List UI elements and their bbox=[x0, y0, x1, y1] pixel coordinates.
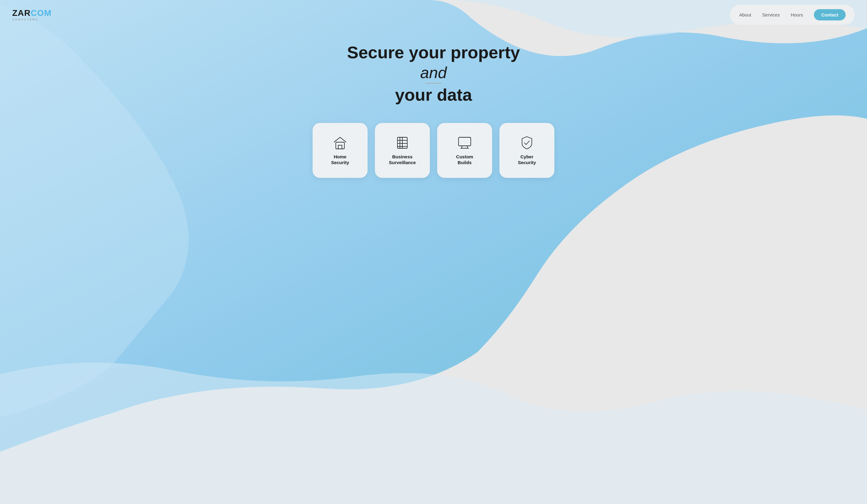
hero-title-and: and bbox=[420, 64, 447, 84]
logo: ZARCOM COMPUTERS bbox=[12, 9, 52, 21]
svg-line-10 bbox=[467, 146, 468, 148]
nav-services[interactable]: Services bbox=[762, 12, 780, 18]
hero-title-line1: Secure your property bbox=[347, 43, 520, 62]
logo-com: COM bbox=[31, 8, 52, 18]
card-home-security[interactable]: HomeSecurity bbox=[313, 123, 367, 178]
logo-zar: ZAR bbox=[12, 8, 31, 18]
card-custom-builds[interactable]: CustomBuilds bbox=[437, 123, 492, 178]
card-cyber-security-label: CyberSecurity bbox=[518, 154, 536, 166]
nav-hours[interactable]: Hours bbox=[791, 12, 803, 18]
header: ZARCOM COMPUTERS About Services Hours Co… bbox=[0, 0, 867, 30]
service-cards-row: HomeSecurity BusinessSurveillance bbox=[313, 123, 554, 178]
home-security-icon bbox=[333, 135, 347, 150]
bottom-section: Home Security bbox=[0, 498, 867, 504]
svg-line-9 bbox=[462, 146, 462, 148]
business-surveillance-icon bbox=[395, 135, 410, 150]
card-custom-builds-label: CustomBuilds bbox=[456, 154, 473, 166]
logo-computers: COMPUTERS bbox=[12, 18, 52, 21]
card-cyber-security[interactable]: CyberSecurity bbox=[500, 123, 554, 178]
custom-builds-icon bbox=[457, 135, 472, 150]
card-home-security-label: HomeSecurity bbox=[331, 154, 349, 166]
svg-rect-0 bbox=[336, 142, 344, 149]
svg-rect-1 bbox=[338, 145, 342, 149]
nav-about[interactable]: About bbox=[739, 12, 751, 18]
hero-title-line3: your data bbox=[395, 85, 472, 105]
card-business-surveillance[interactable]: BusinessSurveillance bbox=[375, 123, 430, 178]
navigation: About Services Hours Contact bbox=[730, 5, 855, 25]
hero-section: Secure your property and your data HomeS… bbox=[0, 0, 867, 504]
cyber-security-icon bbox=[520, 135, 534, 150]
card-business-surveillance-label: BusinessSurveillance bbox=[389, 154, 416, 166]
nav-contact-button[interactable]: Contact bbox=[814, 9, 846, 20]
svg-rect-8 bbox=[459, 137, 471, 146]
